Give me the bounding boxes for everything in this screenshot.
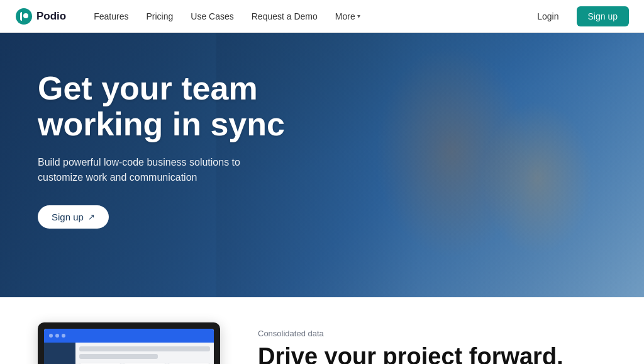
screen-dot-3 xyxy=(62,334,65,338)
laptop-mockup xyxy=(38,322,220,364)
nav-use-cases[interactable]: Use Cases xyxy=(183,8,241,25)
below-hero-section: Consolidated data Drive your project for… xyxy=(0,297,644,364)
screen-dot-2 xyxy=(55,334,59,338)
laptop-screen xyxy=(44,329,214,364)
laptop-body xyxy=(38,322,220,364)
external-link-icon: ↗ xyxy=(88,212,95,222)
nav-request-demo[interactable]: Request a Demo xyxy=(244,8,325,25)
screen-sidebar xyxy=(44,343,75,364)
nav-pricing[interactable]: Pricing xyxy=(138,8,180,25)
hero-subtitle: Build powerful low-code business solutio… xyxy=(38,155,277,185)
nav-actions: Login Sign up xyxy=(530,6,629,26)
below-hero-label: Consolidated data xyxy=(258,329,564,338)
navbar: Podio Features Pricing Use Cases Request… xyxy=(0,0,644,33)
hero-content: Get your team working in sync Build powe… xyxy=(38,71,340,229)
hero-section: Get your team working in sync Build powe… xyxy=(0,33,644,297)
screen-bar-2 xyxy=(79,354,158,359)
below-hero-text: Consolidated data Drive your project for… xyxy=(258,322,564,364)
signup-button[interactable]: Sign up xyxy=(577,6,629,26)
screen-body xyxy=(44,343,214,364)
podio-logo-icon xyxy=(15,8,33,25)
nav-links: Features Pricing Use Cases Request a Dem… xyxy=(86,8,530,25)
below-hero-title: Drive your project forward, xyxy=(258,343,564,364)
hero-title: Get your team working in sync xyxy=(38,71,340,142)
nav-more-dropdown[interactable]: More ▾ xyxy=(328,8,368,25)
nav-features[interactable]: Features xyxy=(86,8,136,25)
brand-name: Podio xyxy=(36,10,66,23)
login-button[interactable]: Login xyxy=(530,8,566,25)
chevron-down-icon: ▾ xyxy=(357,13,360,20)
screen-bar-1 xyxy=(79,346,210,351)
screen-header xyxy=(44,329,214,343)
hero-signup-button[interactable]: Sign up ↗ xyxy=(38,205,109,229)
screen-main xyxy=(75,343,214,364)
logo-link[interactable]: Podio xyxy=(15,8,66,25)
screen-dot-1 xyxy=(49,334,53,338)
svg-point-1 xyxy=(23,13,28,18)
